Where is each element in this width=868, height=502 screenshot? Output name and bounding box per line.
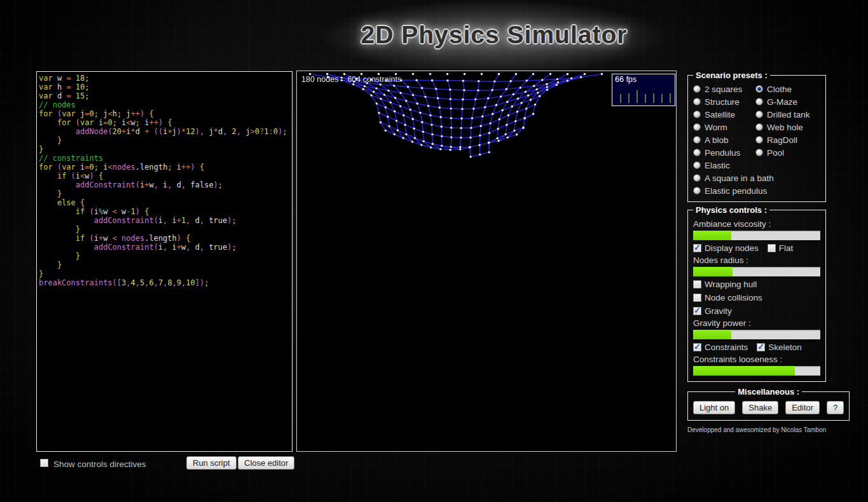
node-collisions-checkbox[interactable]: ✓Node collisions xyxy=(693,292,762,303)
physics-canvas[interactable] xyxy=(297,71,676,451)
gravity-power-label: Gravity power : xyxy=(693,318,820,328)
constraints-looseness-label: Constraints looseness : xyxy=(693,355,820,364)
code-line: addConstraint(i+w, i, d, false); xyxy=(39,180,292,189)
radio-icon xyxy=(755,98,763,105)
preset-radio-clothe[interactable]: Clothe xyxy=(755,83,820,95)
code-line: else { xyxy=(39,198,292,207)
fps-bar xyxy=(670,93,671,103)
radio-icon xyxy=(755,149,763,156)
editor-button[interactable]: Editor xyxy=(785,401,820,414)
preset-radio-2-squares[interactable]: 2 squares xyxy=(693,83,755,95)
radio-icon xyxy=(693,149,701,156)
preset-radio-elastic-pendulus[interactable]: Elastic pendulus xyxy=(693,184,820,197)
gravity-checkbox[interactable]: ✓Gravity xyxy=(693,305,732,316)
wrapping-hull-checkbox[interactable]: ✓Wrapping hull xyxy=(693,278,757,290)
code-line: if (i<w) { xyxy=(39,172,292,180)
editor-bottom-bar: ✓ Show controls directives Run script Cl… xyxy=(36,456,293,472)
code-line: } xyxy=(39,261,292,269)
shake-button[interactable]: Shake xyxy=(742,401,778,414)
fps-bar xyxy=(620,94,621,103)
radio-icon xyxy=(693,111,701,118)
radio-icon xyxy=(693,187,701,194)
help-button[interactable]: ? xyxy=(827,401,844,414)
ambiance-viscosity-label: Ambiance viscosity : xyxy=(693,219,820,229)
code-line: if (i+w < nodes.length) { xyxy=(39,234,292,243)
code-line: if (i%w < w-1) { xyxy=(39,207,292,216)
radio-icon xyxy=(755,111,763,118)
ambiance-viscosity-slider[interactable] xyxy=(693,231,820,240)
constraints-looseness-slider[interactable] xyxy=(693,366,820,376)
radio-icon xyxy=(693,85,701,93)
code-line: } xyxy=(39,189,292,198)
fps-bar xyxy=(653,93,654,103)
preset-radio-web-hole[interactable]: Web hole xyxy=(755,121,820,133)
fps-bar xyxy=(628,93,630,103)
code-line: } xyxy=(39,145,292,154)
flat-checkbox[interactable]: ✓Flat xyxy=(768,242,794,254)
fps-bar xyxy=(637,90,638,103)
radio-icon xyxy=(693,161,701,169)
preset-radio-pool[interactable]: Pool xyxy=(755,146,820,159)
physics-controls-legend: Physics controls : xyxy=(693,205,769,215)
display-nodes-checkbox[interactable]: ✓Display nodes xyxy=(693,242,759,254)
check-icon: ✓ xyxy=(694,306,701,315)
code-line: var d = 15; xyxy=(39,92,292,100)
code-line: } xyxy=(39,225,292,234)
constraints-count: 604 constraints xyxy=(347,75,401,84)
credit-text: Developped and awesomized by Nicolas Tam… xyxy=(687,426,826,433)
nodes-radius-label: Nodes radius : xyxy=(693,255,820,265)
preset-radio-satellite[interactable]: Satellite xyxy=(693,108,755,121)
preset-radio-pendulus[interactable]: Pendulus xyxy=(693,146,755,159)
preset-radio-a-square-in-a-bath[interactable]: A square in a bath xyxy=(693,172,820,184)
code-line: addNode(20+i*d + ((i+j)*12), j*d, 2, j>0… xyxy=(39,127,292,136)
check-icon: ✓ xyxy=(757,342,764,351)
preset-radio-elastic[interactable]: Elastic xyxy=(693,159,755,172)
run-script-button[interactable]: Run script xyxy=(186,456,237,470)
preset-radio-ragdoll[interactable]: RagDoll xyxy=(755,133,820,146)
miscellaneous-legend: Miscellaneous : xyxy=(735,387,802,397)
fps-counter: 66 fps xyxy=(612,74,675,106)
preset-radio-structure[interactable]: Structure xyxy=(693,95,755,108)
code-line: } xyxy=(39,269,292,278)
fps-bar xyxy=(645,94,646,103)
light-on-button[interactable]: Light on xyxy=(693,401,735,414)
app-title: 2D Physics Simulator xyxy=(361,21,628,49)
preset-radio-g-maze[interactable]: G-Maze xyxy=(755,95,820,108)
check-icon: ✓ xyxy=(694,342,701,351)
skeleton-checkbox[interactable]: ✓Skeleton xyxy=(757,341,802,353)
preset-radio-worm[interactable]: Worm xyxy=(693,121,755,133)
preset-radio-a-blob[interactable]: A blob xyxy=(693,133,755,146)
scenario-presets-legend: Scenario presets : xyxy=(693,71,770,80)
slider-fill xyxy=(693,330,731,339)
code-line: for (var i=0; i<w; i++) { xyxy=(39,118,292,127)
code-line: addConstraint(i, i+1, d, true); xyxy=(39,216,292,225)
radio-icon xyxy=(755,123,763,131)
code-line: // constraints xyxy=(39,154,292,163)
show-directives-checkbox[interactable]: ✓ xyxy=(40,459,48,467)
code-line: } xyxy=(39,136,292,145)
slider-fill xyxy=(693,231,731,240)
simulation-stats: 180 nodes 604 constraints xyxy=(301,75,401,84)
code-line: } xyxy=(39,252,292,261)
gravity-power-slider[interactable] xyxy=(693,330,820,339)
preset-radio-drilled-tank[interactable]: Drilled tank xyxy=(755,108,820,121)
radio-icon xyxy=(693,98,701,105)
physics-controls-group: Physics controls : Ambiance viscosity : … xyxy=(687,205,826,382)
code-editor[interactable]: var w = 18;var h = 10;var d = 15;// node… xyxy=(39,74,292,287)
nodes-count: 180 nodes xyxy=(301,75,338,84)
control-column: Scenario presets : 2 squares Structure S… xyxy=(687,71,826,433)
code-line: var w = 18; xyxy=(39,74,292,83)
code-line: for (var j=0; j<h; j++) { xyxy=(39,109,292,118)
nodes-radius-slider[interactable] xyxy=(693,267,820,276)
radio-icon xyxy=(693,174,701,182)
close-editor-button[interactable]: Close editor xyxy=(238,456,294,470)
miscellaneous-group: Miscellaneous : Light on Shake Editor ? xyxy=(687,387,850,421)
radio-icon xyxy=(755,136,763,144)
fps-graph xyxy=(616,88,672,103)
constraints-checkbox[interactable]: ✓Constraints xyxy=(693,341,748,353)
code-editor-panel[interactable]: var w = 18;var h = 10;var d = 15;// node… xyxy=(36,71,293,452)
radio-icon xyxy=(693,123,701,131)
slider-fill xyxy=(693,267,733,276)
radio-icon xyxy=(693,136,701,144)
radio-icon xyxy=(755,85,763,93)
